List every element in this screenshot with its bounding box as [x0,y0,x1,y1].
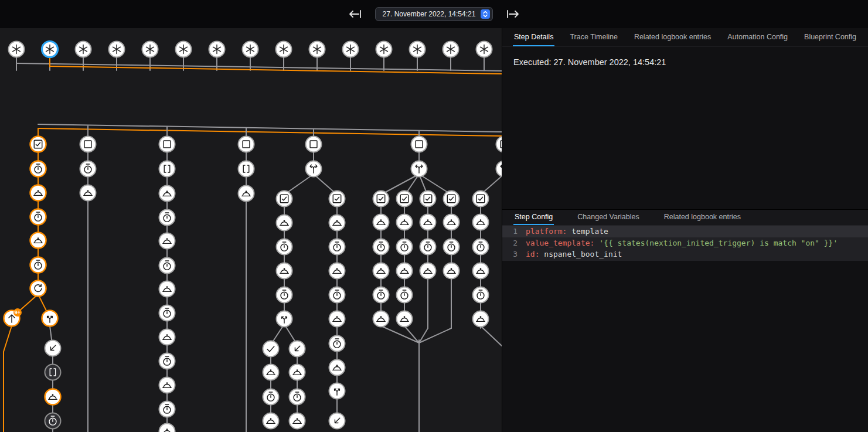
run-select[interactable]: 27. November 2022, 14:54:21 [375,7,493,21]
trace-node-delay[interactable] [159,210,175,226]
trace-node-condition[interactable] [373,191,389,207]
trace-node-delay[interactable] [420,239,436,255]
trace-node-service[interactable] [263,413,279,429]
trace-node-service[interactable] [444,263,459,279]
trace-node-service[interactable] [329,215,345,231]
trace-node-service[interactable] [30,233,46,249]
trace-node-service[interactable] [277,263,292,279]
trace-node-service[interactable] [45,389,61,405]
trace-node-service[interactable] [329,263,345,279]
trace-node-delay[interactable] [263,389,279,405]
trace-node-brackets[interactable] [45,365,61,380]
trace-node-service[interactable] [397,263,413,279]
trace-node-service[interactable] [373,215,389,230]
trace-node-condition[interactable] [329,191,345,207]
trace-node-asterisk[interactable] [142,42,158,57]
trace-node-service[interactable] [239,186,254,202]
trace-node-asterisk[interactable] [376,42,392,57]
trace-node-delay[interactable] [30,257,46,273]
trace-node-split[interactable] [329,383,345,399]
tab-step-details[interactable]: Step Details [513,28,554,46]
trace-node-delay[interactable] [277,287,292,303]
trace-node-service[interactable] [263,365,279,380]
trace-node-delay[interactable] [277,239,292,255]
trace-node-service[interactable] [159,377,175,393]
trace-node-service[interactable] [290,365,305,380]
trace-node-condition[interactable] [397,191,413,207]
tab-blueprint-config[interactable]: Blueprint Config [803,28,857,46]
trace-node-asterisk[interactable] [209,42,225,57]
trace-node-split[interactable] [277,311,292,327]
trace-node-asterisk[interactable] [476,42,492,57]
trace-node-service[interactable] [420,263,436,279]
trace-node-check[interactable] [263,341,279,357]
trace-node-delay[interactable] [373,239,389,255]
trace-node-choose[interactable] [496,161,502,177]
trace-node-delay[interactable] [80,161,96,177]
trace-node-service[interactable] [80,185,96,201]
trace-node-delay[interactable] [159,402,175,417]
trace-node-square[interactable] [159,137,175,152]
trace-node-service[interactable] [277,215,292,231]
next-run-button[interactable] [503,7,522,21]
trace-node-service[interactable] [159,233,175,249]
trace-node-service[interactable] [473,311,489,327]
trace-node-condition[interactable] [420,191,436,207]
tab-trace-timeline[interactable]: Trace Timeline [569,28,619,46]
trace-node-delay[interactable] [159,353,175,369]
trace-node-service[interactable] [290,413,305,429]
trace-node-asterisk[interactable] [276,42,292,57]
trace-node-delay[interactable] [373,287,389,303]
trace-node-service[interactable] [329,360,345,376]
trace-node-delay[interactable] [159,305,175,321]
trace-node-arrow-in[interactable] [45,341,61,356]
trace-node-square[interactable] [411,137,427,152]
trace-node-delay[interactable] [159,258,175,274]
trace-node-square[interactable] [239,137,254,152]
previous-run-button[interactable] [346,7,365,21]
trace-node-arrow-up[interactable]: 9+ [4,308,22,326]
trace-node-service[interactable] [473,263,489,279]
trace-node-delay[interactable] [397,239,413,255]
trace-node-asterisk[interactable] [410,42,426,57]
trace-node-choose[interactable] [411,161,427,177]
trace-node-asterisk[interactable] [309,42,325,57]
trace-node-delay[interactable] [45,413,61,429]
trace-node-condition[interactable] [473,191,489,207]
trace-node-arrow-in[interactable] [290,341,305,357]
trace-node-asterisk[interactable] [42,42,58,57]
trace-node-asterisk[interactable] [443,42,459,57]
trace-node-service[interactable] [159,329,175,345]
trace-node-delay[interactable] [329,239,345,255]
trace-node-service[interactable] [473,215,489,230]
trace-node-service[interactable] [329,311,345,327]
tab-related-logbook-entries[interactable]: Related logbook entries [633,28,712,46]
trace-node-service[interactable] [397,215,413,230]
trace-node-service[interactable] [420,215,436,230]
trace-node-square[interactable] [306,137,322,152]
trace-node-asterisk[interactable] [109,42,125,57]
trace-node-asterisk[interactable] [76,42,91,57]
trace-node-split[interactable] [42,311,58,326]
trace-node-delay[interactable] [30,209,46,225]
trace-node-service[interactable] [444,215,459,230]
trace-node-asterisk[interactable] [176,42,192,57]
trace-node-condition[interactable] [30,137,46,152]
trace-node-delay[interactable] [473,287,489,303]
trace-node-asterisk[interactable] [343,42,359,57]
subtab-changed-variables[interactable]: Changed Variables [576,210,640,225]
trace-node-square[interactable] [496,137,502,152]
trace-node-delay[interactable] [444,239,459,255]
trace-node-brackets[interactable] [159,161,175,177]
subtab-step-config[interactable]: Step Config [513,210,554,225]
trace-node-service[interactable] [30,185,46,201]
trace-node-arrow-in[interactable] [329,413,345,429]
trace-node-choose[interactable] [306,161,322,177]
trace-node-delay[interactable] [329,287,345,303]
trace-node-condition[interactable] [444,191,459,207]
trace-node-delay[interactable] [397,287,413,303]
trace-node-service[interactable] [159,186,175,202]
trace-node-asterisk[interactable] [9,42,25,57]
trace-node-delay[interactable] [290,389,305,405]
trace-node-service[interactable] [373,263,389,279]
